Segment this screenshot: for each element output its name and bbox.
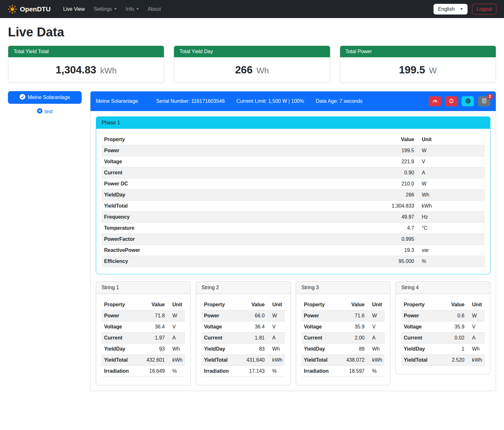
brand[interactable]: OpenDTU: [8, 4, 51, 14]
nav-links: Live View Settings Info About: [59, 4, 165, 15]
value-cell: 93: [142, 344, 167, 355]
string-body: Property Value Unit Power0.6WVoltage35.9…: [396, 294, 490, 374]
unit-cell: W: [367, 310, 385, 321]
column-header-unit: Unit: [167, 299, 185, 310]
x-circle-icon: [37, 108, 42, 115]
unit-cell: %: [267, 366, 285, 377]
nav-settings[interactable]: Settings: [90, 4, 121, 15]
value-cell: 0.995: [376, 234, 417, 245]
property-cell: Irradiation: [102, 366, 142, 377]
unit-cell: kWh: [467, 355, 485, 366]
navbar-right: English Logout: [433, 4, 496, 15]
logout-button[interactable]: Logout: [472, 4, 496, 15]
unit-cell: var: [417, 245, 485, 256]
column-header-property: Property: [102, 299, 142, 310]
property-cell: Power: [102, 145, 376, 156]
string-1-card: String 1 Property Value Unit: [96, 281, 191, 385]
event-count-badge: 2: [487, 94, 493, 100]
total-yield-day-card: Total Yield Day 266 Wh: [174, 46, 330, 83]
table-row: Power66.0W: [202, 310, 285, 321]
property-cell: YieldDay: [102, 190, 376, 201]
table-row: Current0.90A: [102, 167, 485, 178]
table-row: YieldDay89Wh: [302, 344, 385, 355]
language-value: English: [438, 6, 455, 12]
unit-cell: A: [167, 333, 185, 344]
string-title: String 2: [196, 282, 290, 294]
phase-body: Property Value Unit Power199.5WVoltage22…: [96, 129, 490, 274]
value-cell: 35.9: [342, 321, 367, 333]
nav-info[interactable]: Info: [122, 4, 143, 15]
card-unit: Wh: [257, 66, 269, 75]
property-cell: YieldTotal: [102, 201, 376, 212]
card-value: 266: [235, 64, 252, 76]
column-header-unit: Unit: [367, 299, 385, 310]
property-cell: Current: [302, 333, 342, 344]
power-toggle-button[interactable]: [445, 96, 457, 106]
table-row: Power71.6W: [302, 310, 385, 321]
chevron-down-icon: [114, 8, 117, 10]
string-4-card: String 4 Property Value Unit: [395, 281, 490, 374]
event-log-button[interactable]: 2: [478, 96, 490, 106]
table-row: Efficiency95.000%: [102, 256, 485, 267]
limit-settings-button[interactable]: [429, 96, 441, 106]
column-header-value: Value: [376, 134, 417, 145]
property-cell: Voltage: [102, 321, 142, 333]
inverter-panel-body: Phase 1 Property Value Unit Power199.5WV…: [90, 111, 496, 391]
card-value: 1,304.83: [56, 64, 96, 76]
property-cell: Voltage: [202, 321, 242, 333]
nav-about[interactable]: About: [144, 4, 165, 15]
unit-cell: A: [417, 167, 485, 178]
chevron-down-icon: [136, 8, 139, 10]
inverter-sidebar: Meine Solaranlage test: [8, 91, 82, 115]
property-cell: Power: [102, 310, 142, 321]
table-row: YieldTotal432.601kWh: [102, 355, 185, 366]
value-cell: 438.072: [342, 355, 367, 366]
column-header-unit: Unit: [417, 134, 485, 145]
cpu-icon: [465, 98, 471, 105]
column-header-property: Property: [202, 299, 242, 310]
string-2-card: String 2 Property Value Unit: [196, 281, 291, 385]
unit-cell: W: [417, 178, 485, 190]
unit-cell: A: [367, 333, 385, 344]
table-row: Irradiation18.597%: [302, 366, 385, 377]
value-cell: 1: [442, 344, 467, 355]
sidebar-item-test[interactable]: test: [8, 108, 82, 115]
table-row: Power199.5W: [102, 145, 485, 156]
table-header-row: Property Value Unit: [302, 299, 385, 310]
value-cell: 89: [342, 344, 367, 355]
property-cell: Voltage: [302, 321, 342, 333]
property-cell: Power: [202, 310, 242, 321]
unit-cell: %: [167, 366, 185, 377]
unit-cell: [417, 234, 485, 245]
table-row: PowerFactor0.995: [102, 234, 485, 245]
table-row: YieldDay266Wh: [102, 190, 485, 201]
value-cell: 71.8: [142, 310, 167, 321]
value-cell: 0.90: [376, 167, 417, 178]
property-cell: Irradiation: [202, 366, 242, 377]
table-row: Temperature4.7°C: [102, 223, 485, 234]
phase-table: Property Value Unit Power199.5WVoltage22…: [102, 134, 485, 267]
table-header-row: Property Value Unit: [102, 299, 185, 310]
nav-live-view[interactable]: Live View: [59, 4, 89, 15]
property-cell: ReactivePower: [102, 245, 376, 256]
check-circle-icon: [20, 94, 25, 101]
unit-cell: °C: [417, 223, 485, 234]
language-select[interactable]: English: [433, 4, 468, 15]
value-cell: 266: [376, 190, 417, 201]
device-info-button[interactable]: [462, 96, 474, 106]
property-cell: Efficiency: [102, 256, 376, 267]
property-cell: Voltage: [401, 321, 442, 333]
value-cell: 18.649: [142, 366, 167, 377]
unit-cell: Wh: [467, 344, 485, 355]
sidebar-item-meine-solaranlage[interactable]: Meine Solaranlage: [8, 91, 82, 104]
unit-cell: W: [417, 145, 485, 156]
property-cell: Current: [102, 167, 376, 178]
nav-info-label: Info: [126, 6, 134, 12]
unit-cell: %: [417, 256, 485, 267]
power-icon: [449, 98, 454, 104]
unit-cell: kWh: [367, 355, 385, 366]
unit-cell: W: [467, 310, 485, 321]
value-cell: 1.97: [142, 333, 167, 344]
string-table: Property Value Unit Power71.8WVoltage36.…: [102, 299, 185, 377]
table-row: YieldTotal438.072kWh: [302, 355, 385, 366]
